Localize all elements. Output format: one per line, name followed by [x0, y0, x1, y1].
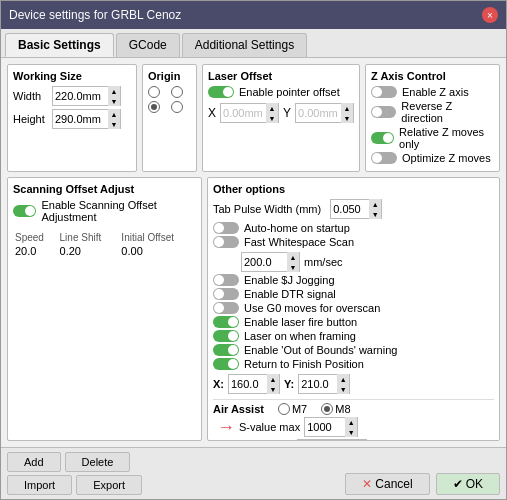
fast-whitespace-label: Fast Whitespace Scan: [244, 236, 354, 248]
origin-br-radio[interactable]: [171, 101, 183, 113]
m7-radio[interactable]: [278, 403, 290, 415]
close-button[interactable]: ×: [482, 7, 498, 23]
footer-left-buttons: Add Delete Import Export: [7, 452, 142, 495]
width-input[interactable]: [53, 87, 108, 105]
y-offset-input[interactable]: [296, 104, 341, 122]
pointer-offset-toggle[interactable]: [208, 86, 234, 98]
speed-unit: mm/sec: [304, 256, 343, 268]
origin-tl-radio[interactable]: [148, 86, 160, 98]
out-of-bounds-toggle[interactable]: [213, 344, 239, 356]
tab-pulse-input[interactable]: [331, 200, 369, 218]
y-coord-input[interactable]: [299, 375, 337, 393]
initial-offset-col-header: Initial Offset: [119, 231, 196, 244]
origin-tr-radio[interactable]: [171, 86, 183, 98]
reverse-z-toggle[interactable]: [371, 106, 396, 118]
initial-offset-cell: 0.00: [119, 244, 196, 258]
width-up-button[interactable]: ▲: [108, 86, 120, 96]
enable-laser-toggle[interactable]: [213, 316, 239, 328]
optimize-z-toggle[interactable]: [371, 152, 397, 164]
x-coord-up[interactable]: ▲: [267, 374, 279, 384]
y-up-button[interactable]: ▲: [341, 103, 353, 113]
y-label: Y: [283, 106, 291, 120]
fast-whitespace-toggle[interactable]: [213, 236, 239, 248]
height-down-button[interactable]: ▼: [108, 119, 120, 129]
m7-label: M7: [292, 403, 307, 415]
speed-input-wrap[interactable]: ▲ ▼: [241, 252, 300, 272]
cancel-label: Cancel: [375, 477, 412, 491]
laser-framing-toggle[interactable]: [213, 330, 239, 342]
x-down-button[interactable]: ▼: [266, 113, 278, 123]
pointer-offset-label: Enable pointer offset: [239, 86, 340, 98]
s-value-up[interactable]: ▲: [345, 417, 357, 427]
import-button[interactable]: Import: [7, 475, 72, 495]
scanning-title: Scanning Offset Adjust: [13, 183, 196, 195]
x-offset-input[interactable]: [221, 104, 266, 122]
enable-scanning-toggle[interactable]: [13, 205, 36, 217]
working-size-section: Working Size Width ▲ ▼ Height: [7, 64, 137, 172]
m8-radio[interactable]: [321, 403, 333, 415]
y-coord-down[interactable]: ▼: [337, 384, 349, 394]
origin-top-right[interactable]: [171, 86, 191, 98]
title-text: Device settings for GRBL Cenoz: [9, 8, 181, 22]
origin-top-left[interactable]: [148, 86, 168, 98]
tab-additional-settings[interactable]: Additional Settings: [182, 33, 307, 57]
x-coord-input[interactable]: [229, 375, 267, 393]
height-input[interactable]: [53, 110, 108, 128]
speed-input[interactable]: [242, 253, 287, 271]
origin-bottom-right[interactable]: [171, 101, 191, 113]
origin-section: Origin: [142, 64, 197, 172]
add-button[interactable]: Add: [7, 452, 61, 472]
enable-dtr-toggle[interactable]: [213, 288, 239, 300]
x-input-wrap[interactable]: ▲ ▼: [220, 103, 279, 123]
y-down-button[interactable]: ▼: [341, 113, 353, 123]
auto-home-toggle[interactable]: [213, 222, 239, 234]
delete-button[interactable]: Delete: [65, 452, 131, 472]
use-g0-toggle[interactable]: [213, 302, 239, 314]
reverse-z-label: Reverse Z direction: [401, 100, 494, 124]
speed-down[interactable]: ▼: [287, 262, 299, 272]
baud-rate-select[interactable]: 115,200: [297, 439, 367, 441]
cancel-icon: ✕: [362, 477, 372, 491]
laser-framing-label: Laser on when framing: [244, 330, 356, 342]
height-input-wrap[interactable]: ▲ ▼: [52, 109, 121, 129]
enable-z-toggle[interactable]: [371, 86, 397, 98]
width-down-button[interactable]: ▼: [108, 96, 120, 106]
auto-home-label: Auto-home on startup: [244, 222, 350, 234]
s-value-input-wrap[interactable]: ▲ ▼: [304, 417, 358, 437]
use-g0-label: Use G0 moves for overscan: [244, 302, 380, 314]
return-finish-label: Return to Finish Position: [244, 358, 364, 370]
height-up-button[interactable]: ▲: [108, 109, 120, 119]
origin-bl-radio[interactable]: [148, 101, 160, 113]
enable-dtr-label: Enable DTR signal: [244, 288, 336, 300]
x-up-button[interactable]: ▲: [266, 103, 278, 113]
cancel-button[interactable]: ✕ Cancel: [345, 473, 429, 495]
other-options-title: Other options: [213, 183, 494, 195]
s-value-down[interactable]: ▼: [345, 427, 357, 437]
width-input-wrap[interactable]: ▲ ▼: [52, 86, 121, 106]
ok-icon: ✔: [453, 477, 463, 491]
speed-up[interactable]: ▲: [287, 252, 299, 262]
s-value-input[interactable]: [305, 418, 345, 436]
line-shift-cell: 0.20: [58, 244, 120, 258]
export-button[interactable]: Export: [76, 475, 142, 495]
device-settings-window: Device settings for GRBL Cenoz × Basic S…: [0, 0, 507, 500]
return-finish-toggle[interactable]: [213, 358, 239, 370]
tab-gcode[interactable]: GCode: [116, 33, 180, 57]
y-input-wrap[interactable]: ▲ ▼: [295, 103, 354, 123]
x-coord-input-wrap[interactable]: ▲ ▼: [228, 374, 280, 394]
y-coord-input-wrap[interactable]: ▲ ▼: [298, 374, 350, 394]
x-coord-down[interactable]: ▼: [267, 384, 279, 394]
divider: [213, 399, 494, 400]
y-coord-label: Y:: [284, 378, 294, 390]
y-coord-up[interactable]: ▲: [337, 374, 349, 384]
line-shift-col-header: Line Shift: [58, 231, 120, 244]
ok-button[interactable]: ✔ OK: [436, 473, 500, 495]
origin-bottom-left[interactable]: [148, 101, 168, 113]
tab-pulse-down[interactable]: ▼: [369, 209, 381, 219]
tab-pulse-input-wrap[interactable]: ▲ ▼: [330, 199, 382, 219]
tab-pulse-up[interactable]: ▲: [369, 199, 381, 209]
enable-sj-label: Enable $J Jogging: [244, 274, 335, 286]
relative-z-toggle[interactable]: [371, 132, 394, 144]
tab-basic-settings[interactable]: Basic Settings: [5, 33, 114, 57]
enable-sj-toggle[interactable]: [213, 274, 239, 286]
